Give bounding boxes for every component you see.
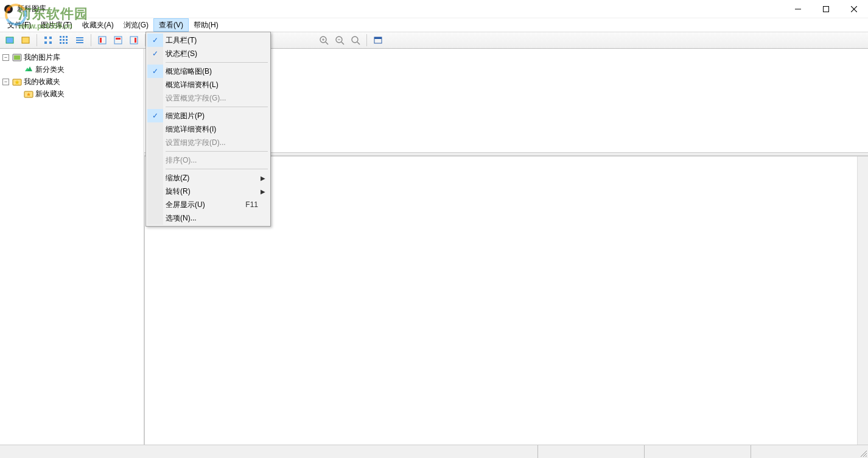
favorites-icon xyxy=(12,77,22,86)
tree-child-favorite[interactable]: 新收藏夹 xyxy=(1,88,142,100)
menu-sort: 排序(O)... xyxy=(147,153,269,167)
menu-shortcut: F11 xyxy=(245,200,258,209)
menu-item-label: 细览图片(P) xyxy=(166,111,205,121)
status-cell xyxy=(537,445,644,458)
svg-rect-10 xyxy=(44,41,47,44)
menu-item-label: 排序(O)... xyxy=(166,155,197,166)
menu-item-label: 细览详细资料(I) xyxy=(166,124,216,135)
menu-zoom[interactable]: 缩放(Z) ▶ xyxy=(147,171,269,185)
menu-overview-detail[interactable]: 概览详细资料(L) xyxy=(147,78,269,91)
view-a-icon[interactable] xyxy=(95,33,110,47)
toolbar-separator xyxy=(37,34,37,46)
svg-rect-13 xyxy=(63,36,65,38)
close-button[interactable] xyxy=(840,0,868,18)
svg-rect-27 xyxy=(116,38,121,40)
menu-view[interactable]: 查看(V) xyxy=(153,18,189,32)
status-bar xyxy=(0,445,868,458)
thumb-grid-icon[interactable] xyxy=(57,33,71,47)
menu-separator xyxy=(166,62,268,63)
toolbar-separator xyxy=(366,34,367,46)
svg-rect-41 xyxy=(374,37,382,39)
view-dropdown: ✓ 工具栏(T) ✓ 状态栏(S) ✓ 概览缩略图(B) 概览详细资料(L) 设… xyxy=(145,32,271,227)
svg-line-32 xyxy=(326,42,328,44)
svg-rect-15 xyxy=(60,39,61,41)
menu-item-label: 设置概览字段(G)... xyxy=(166,93,226,104)
svg-rect-43 xyxy=(14,55,20,60)
svg-rect-19 xyxy=(63,42,65,44)
menu-item-label: 状态栏(S) xyxy=(166,49,197,59)
view-c-icon[interactable] xyxy=(127,33,141,47)
svg-rect-8 xyxy=(44,37,47,39)
menu-toolbar[interactable]: ✓ 工具栏(T) xyxy=(147,33,269,47)
title-bar: 新科图库 河东软件园 www.pc0359.cn xyxy=(0,0,868,18)
menu-favorites[interactable]: 收藏夹(A) xyxy=(77,18,119,32)
view-b-icon[interactable] xyxy=(111,33,125,47)
menu-overview-thumb[interactable]: ✓ 概览缩略图(B) xyxy=(147,65,269,78)
svg-rect-12 xyxy=(60,36,61,38)
zoom-fit-icon[interactable] xyxy=(348,33,363,47)
window-controls xyxy=(784,0,868,18)
menu-library[interactable]: 图片库(T) xyxy=(36,18,77,32)
toolbar-button-2[interactable] xyxy=(18,33,33,47)
toolbar-separator xyxy=(91,34,91,46)
tree-label: 新收藏夹 xyxy=(35,89,65,99)
menu-detail-image[interactable]: ✓ 细览图片(P) xyxy=(147,109,269,122)
toolbar-button-1[interactable] xyxy=(2,33,17,47)
svg-point-1 xyxy=(7,7,10,11)
tree-child-category[interactable]: 新分类夹 xyxy=(1,63,142,76)
category-icon xyxy=(24,65,33,74)
menu-item-label: 工具栏(T) xyxy=(166,35,197,46)
toolbar xyxy=(0,32,868,49)
favorite-folder-icon xyxy=(24,90,33,98)
status-cell xyxy=(0,445,537,458)
menu-browse[interactable]: 浏览(G) xyxy=(119,18,153,32)
svg-rect-28 xyxy=(130,37,138,44)
collapse-icon[interactable]: − xyxy=(2,79,9,85)
menu-item-label: 概览详细资料(L) xyxy=(166,80,219,90)
svg-point-38 xyxy=(352,37,358,43)
tree-panel: − 我的图片库 新分类夹 − 我的收藏夹 新收藏夹 xyxy=(0,49,144,445)
svg-line-39 xyxy=(357,42,360,44)
svg-rect-29 xyxy=(135,38,136,43)
zoom-out-icon[interactable] xyxy=(332,33,347,47)
menu-bar: 文件(F) 图片库(T) 收藏夹(A) 浏览(G) 查看(V) 帮助(H) xyxy=(0,18,868,32)
svg-rect-14 xyxy=(66,36,68,38)
submenu-arrow-icon: ▶ xyxy=(261,188,265,195)
svg-line-36 xyxy=(341,42,344,44)
window-icon[interactable] xyxy=(371,33,385,47)
thumb-small-icon[interactable] xyxy=(41,33,55,47)
menu-fullscreen[interactable]: 全屏显示(U) F11 xyxy=(147,198,269,211)
menu-detail-info[interactable]: 细览详细资料(I) xyxy=(147,122,269,136)
minimize-button[interactable] xyxy=(784,0,812,18)
tree-root-favorites[interactable]: − 我的收藏夹 xyxy=(1,76,142,88)
menu-options[interactable]: 选项(N)... xyxy=(147,211,269,225)
window-title: 新科图库 xyxy=(17,4,46,14)
menu-help[interactable]: 帮助(H) xyxy=(189,18,223,32)
zoom-in-icon[interactable] xyxy=(317,33,331,47)
menu-separator xyxy=(166,169,268,169)
menu-separator xyxy=(166,107,268,107)
svg-rect-17 xyxy=(66,39,68,41)
menu-item-label: 选项(N)... xyxy=(166,213,197,224)
maximize-button[interactable] xyxy=(812,0,840,18)
tree-label: 我的图片库 xyxy=(24,52,60,63)
main-area: − 我的图片库 新分类夹 − 我的收藏夹 新收藏夹 xyxy=(0,49,868,445)
tree-root-library[interactable]: − 我的图片库 xyxy=(1,51,142,63)
resize-grip-icon[interactable] xyxy=(857,445,868,458)
svg-line-50 xyxy=(866,456,867,457)
check-icon: ✓ xyxy=(147,49,163,58)
svg-rect-11 xyxy=(49,41,52,44)
svg-rect-6 xyxy=(6,37,13,43)
menu-rotate[interactable]: 旋转(R) ▶ xyxy=(147,185,269,198)
menu-item-label: 设置细览字段(D)... xyxy=(166,138,226,148)
status-cell xyxy=(751,445,857,458)
list-icon[interactable] xyxy=(72,33,87,47)
check-icon: ✓ xyxy=(147,109,163,122)
menu-statusbar[interactable]: ✓ 状态栏(S) xyxy=(147,47,269,60)
collapse-icon[interactable]: − xyxy=(2,54,9,61)
library-icon xyxy=(12,53,22,62)
menu-file[interactable]: 文件(F) xyxy=(2,18,36,32)
svg-rect-16 xyxy=(63,39,65,41)
tree-label: 新分类夹 xyxy=(35,65,65,75)
svg-rect-18 xyxy=(60,42,61,44)
